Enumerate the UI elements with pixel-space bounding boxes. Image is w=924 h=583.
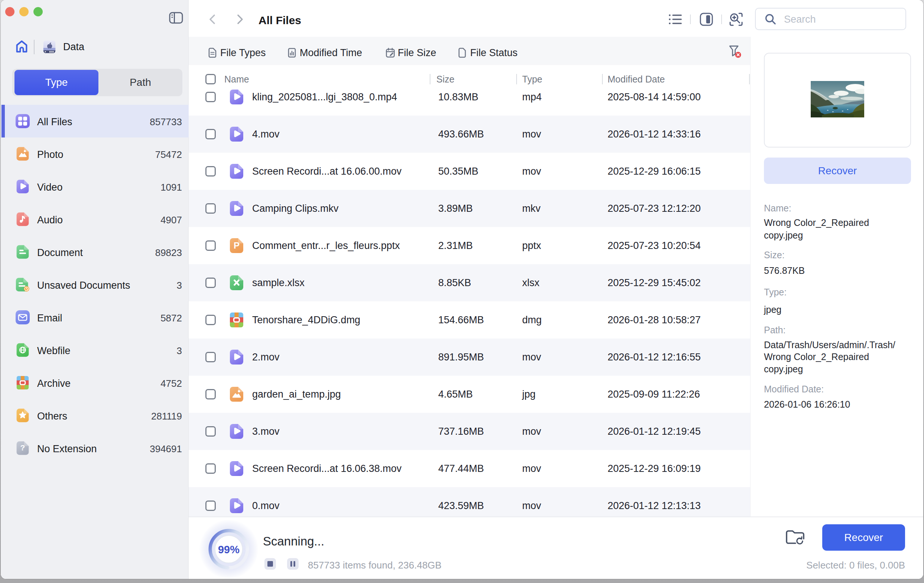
svg-text:?: ? [20, 443, 25, 452]
svg-text:99%: 99% [218, 543, 239, 555]
svg-text:P: P [234, 240, 239, 251]
